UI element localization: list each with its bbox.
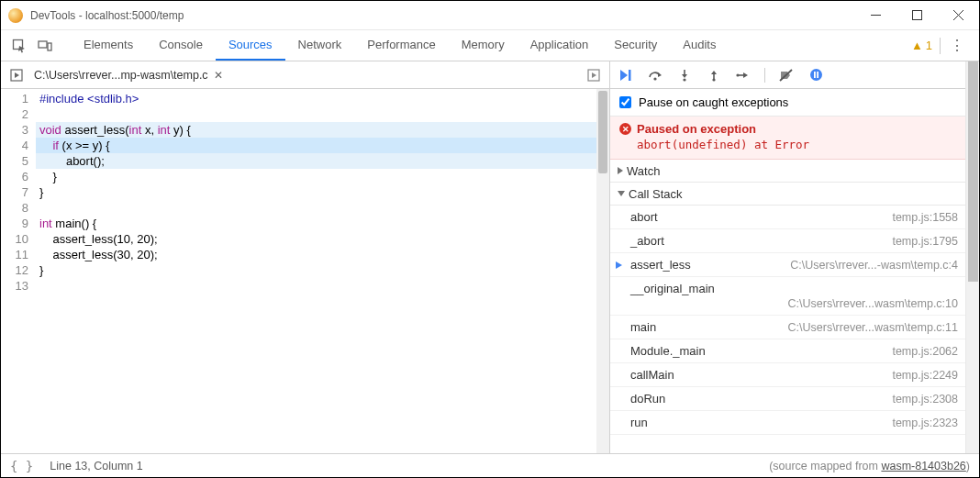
tab-audits[interactable]: Audits — [670, 30, 729, 61]
svg-point-17 — [683, 78, 685, 81]
cursor-position: Line 13, Column 1 — [50, 460, 142, 472]
warning-badge[interactable]: ▲1 — [911, 39, 932, 52]
tab-network[interactable]: Network — [285, 30, 355, 61]
frame-location[interactable]: temp.js:2323 — [892, 417, 958, 429]
code-line[interactable]: } — [36, 184, 609, 200]
frame-location[interactable]: temp.js:1558 — [892, 211, 958, 224]
device-toggle-icon[interactable] — [34, 33, 56, 59]
svg-rect-27 — [817, 72, 819, 78]
tab-console[interactable]: Console — [146, 30, 216, 61]
stack-frame[interactable]: doRuntemp.js:2308 — [610, 387, 965, 411]
frame-name: doRun — [630, 392, 665, 406]
close-icon[interactable]: ✕ — [214, 69, 223, 82]
step-out-icon[interactable] — [706, 67, 722, 83]
tab-sources[interactable]: Sources — [216, 30, 285, 61]
code-line[interactable]: } — [36, 262, 609, 278]
frame-location[interactable]: C:\Users\rrever...-wasm\temp.c:4 — [790, 259, 958, 272]
file-tab[interactable]: C:\Users\rrever...mp-wasm\temp.c ✕ — [27, 65, 230, 85]
svg-point-25 — [810, 69, 822, 81]
file-tabbar: C:\Users\rrever...mp-wasm\temp.c ✕ — [1, 61, 609, 89]
frame-location[interactable]: temp.js:2062 — [892, 345, 958, 358]
scrollbar-thumb[interactable] — [968, 61, 978, 282]
code-line[interactable]: abort(); — [36, 153, 609, 169]
window-titlebar: DevTools - localhost:5000/temp — [1, 1, 979, 30]
pause-exceptions-icon[interactable] — [807, 67, 824, 83]
svg-marker-13 — [658, 72, 662, 77]
stack-frame[interactable]: assert_lessC:\Users\rrever...-wasm\temp.… — [610, 253, 965, 277]
stack-frame[interactable]: callMaintemp.js:2249 — [610, 363, 965, 387]
paused-banner: ✕ Paused on exception abort(undefined) a… — [610, 117, 965, 160]
devtools-icon — [8, 8, 23, 23]
status-bar: { } Line 13, Column 1 (source mapped fro… — [1, 453, 979, 477]
frame-location[interactable]: temp.js:2249 — [892, 369, 958, 382]
stack-frame[interactable]: _aborttemp.js:1795 — [610, 229, 965, 253]
code-editor[interactable]: 12345678910111213 #include <stdlib.h>voi… — [1, 89, 609, 453]
svg-point-20 — [712, 78, 715, 81]
tab-elements[interactable]: Elements — [71, 30, 146, 61]
pause-caught-checkbox[interactable] — [619, 96, 631, 108]
code-line[interactable]: int main() { — [36, 216, 609, 231]
frame-name: main — [630, 320, 656, 334]
code-line[interactable] — [36, 106, 609, 122]
inspect-icon[interactable] — [8, 33, 30, 59]
more-menu-icon[interactable]: ⋮ — [948, 37, 966, 54]
code-line[interactable]: if (x >= y) { — [36, 138, 609, 153]
svg-marker-22 — [743, 72, 748, 78]
minimize-button[interactable] — [855, 1, 896, 30]
close-button[interactable] — [938, 1, 979, 30]
stack-frame[interactable]: runtemp.js:2323 — [610, 411, 965, 435]
scrollbar-thumb[interactable] — [598, 91, 607, 173]
step-icon[interactable] — [735, 67, 752, 83]
code-line[interactable] — [36, 278, 609, 294]
frame-location[interactable]: C:\Users\rrever...wasm\temp.c:11 — [788, 321, 958, 334]
paused-title: Paused on exception — [637, 122, 756, 136]
run-snippet-icon[interactable] — [584, 65, 604, 85]
debugger-toolbar — [610, 61, 965, 89]
tab-memory[interactable]: Memory — [449, 30, 518, 61]
callstack-section-header[interactable]: Call Stack — [610, 183, 965, 206]
chevron-down-icon — [618, 191, 625, 196]
panel-scrollbar[interactable] — [965, 61, 979, 453]
tab-security[interactable]: Security — [601, 30, 670, 61]
frame-location[interactable]: C:\Users\rrever...wasm\temp.c:10 — [788, 297, 958, 310]
pretty-print-icon[interactable]: { } — [10, 459, 33, 473]
step-into-icon[interactable] — [676, 67, 693, 83]
pause-caught-label: Pause on caught exceptions — [639, 95, 788, 109]
tab-application[interactable]: Application — [518, 30, 602, 61]
tab-performance[interactable]: Performance — [354, 30, 448, 61]
stack-frame[interactable]: __original_mainC:\Users\rrever...wasm\te… — [610, 277, 965, 316]
resume-icon[interactable] — [618, 67, 634, 83]
svg-marker-11 — [620, 70, 628, 81]
code-line[interactable]: } — [36, 169, 609, 184]
code-line[interactable]: #include <stdlib.h> — [36, 91, 609, 106]
divider — [764, 68, 765, 83]
paused-detail: abort(undefined) at Error — [637, 138, 956, 151]
pause-on-caught-row[interactable]: Pause on caught exceptions — [610, 89, 965, 117]
source-map-info: (source mapped from wasm-81403b26) — [769, 460, 970, 472]
code-line[interactable]: void assert_less(int x, int y) { — [36, 122, 609, 138]
maximize-button[interactable] — [896, 1, 938, 30]
code-line[interactable]: assert_less(10, 20); — [36, 231, 609, 247]
frame-name: assert_less — [630, 258, 691, 272]
call-stack: aborttemp.js:1558_aborttemp.js:1795asser… — [610, 206, 965, 453]
frame-location[interactable]: temp.js:1795 — [892, 235, 958, 248]
deactivate-breakpoints-icon[interactable] — [778, 67, 795, 83]
frame-name: __original_main — [630, 282, 715, 295]
watch-section-header[interactable]: Watch — [610, 160, 965, 183]
editor-scrollbar[interactable] — [596, 89, 609, 453]
window-title: DevTools - localhost:5000/temp — [30, 9, 184, 22]
stack-frame[interactable]: Module._maintemp.js:2062 — [610, 339, 965, 363]
file-tab-label: C:\Users\rrever...mp-wasm\temp.c — [34, 69, 208, 82]
code-area[interactable]: #include <stdlib.h>void assert_less(int … — [36, 89, 609, 453]
svg-marker-8 — [15, 72, 19, 78]
stack-frame[interactable]: mainC:\Users\rrever...wasm\temp.c:11 — [610, 316, 965, 339]
frame-name: _abort — [630, 234, 664, 248]
navigator-toggle-icon[interactable] — [6, 65, 27, 85]
chevron-right-icon — [618, 167, 623, 174]
step-over-icon[interactable] — [647, 67, 663, 83]
frame-location[interactable]: temp.js:2308 — [892, 393, 958, 406]
code-line[interactable]: assert_less(30, 20); — [36, 247, 609, 262]
code-line[interactable] — [36, 200, 609, 216]
stack-frame[interactable]: aborttemp.js:1558 — [610, 206, 965, 229]
source-map-link[interactable]: wasm-81403b26 — [881, 460, 965, 472]
